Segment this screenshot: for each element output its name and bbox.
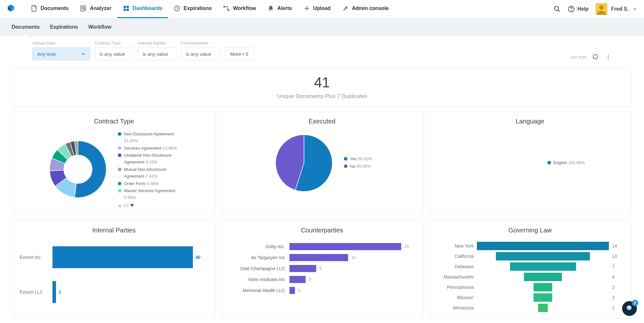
filter-label: Upload Date [32,41,90,45]
nav-workflow[interactable]: Workflow [217,0,262,18]
bar-row[interactable]: Air Targaryen Inc 11 [230,254,414,261]
pie-chart[interactable] [272,131,336,195]
bar-chart[interactable]: Evisort Inc 40Evisort LLC 1 [20,240,208,303]
legend-item[interactable]: Non-Disclosure Agreement 51.85% [118,131,182,144]
bar-value: 40 [195,255,201,260]
legend-text: No 45.00% [350,163,371,170]
bar-value: 1 [298,288,300,293]
bar-label: Evisort Inc [20,255,47,260]
funnel-value: 1 [612,305,622,310]
funnel-label: California [438,254,474,259]
legend-swatch [118,132,121,136]
nav-upload[interactable]: Upload [298,0,336,18]
bar-chart[interactable]: Gritty Inc. 21Air Targaryen Inc 11Dale C… [228,240,416,294]
wrench-icon [342,5,349,12]
donut-chart[interactable] [46,137,110,201]
legend-item[interactable]: Mutual Non-Disclosure Agreement 7.41% [118,166,182,180]
legend-swatch [547,161,551,164]
card-counterparties: Counterparties Gritty Inc. 21Air Targary… [221,220,423,319]
funnel-chart[interactable]: New York 14California 10Delaware 7Massac… [436,240,624,312]
nav-label: Analyzer [90,5,111,11]
card-title: Executed [228,118,416,125]
user-menu[interactable]: Fred S. [596,3,637,15]
app-logo [6,3,17,15]
legend-item[interactable]: Master Services Agreement 5.56% [118,188,182,201]
card-title: Language [436,118,624,125]
funnel-row[interactable]: Delaware 7 [438,262,622,271]
help-button[interactable]: Help [568,5,589,13]
chart-legend: Non-Disclosure Agreement 51.85%Services … [118,131,182,201]
chevron-down-icon [81,52,85,56]
bar-row[interactable]: Dale Champagne LLC 5 [230,265,414,272]
bar-row[interactable]: Klein Institutes Inc 3 [230,276,414,283]
legend-text: Services Agreement 12.96% [124,145,177,152]
subtab-workflow[interactable]: Workflow [84,18,115,36]
svg-point-14 [608,58,609,59]
funnel-label: Delaware [438,264,474,269]
bar-row[interactable]: Memorial Health LLC 1 [230,287,414,294]
nav-expirations[interactable]: Expirations [168,0,217,18]
chat-widget-button[interactable]: 2 [622,301,637,316]
bar-value: 21 [404,244,409,249]
nav-right: Help Fred S. [554,3,637,15]
funnel-value: 4 [612,274,622,279]
funnel-value: 14 [612,243,622,249]
nav-dashboards[interactable]: Dashboards [117,0,168,18]
legend-item[interactable]: Order Form 5.56% [118,181,182,187]
nav-documents[interactable]: Documents [25,0,74,18]
funnel-label: New York [438,243,474,249]
bar-value: 3 [309,277,311,282]
nav-label: Workflow [233,5,256,11]
legend-text: Order Form 5.56% [124,181,159,187]
funnel-row[interactable]: Minnesota 1 [438,304,622,312]
legend-swatch [344,164,347,168]
funnel-row[interactable]: Massachusetts 4 [438,273,622,281]
bar-row[interactable]: Evisort LLC 1 [20,281,205,303]
svg-rect-0 [81,6,85,11]
filter-counterparties: Counterparties is any value [181,41,220,60]
svg-rect-3 [127,6,129,8]
filter-upload-date-select[interactable]: Any time [32,47,90,60]
donut-chart[interactable] [475,131,540,195]
bar-row[interactable]: Evisort Inc 40 [20,246,205,268]
nav-analyzer[interactable]: Analyzer [74,0,117,18]
filter-counterparties-select[interactable]: is any value [181,47,220,60]
filter-internal-parties-select[interactable]: is any value [138,47,176,60]
funnel-row[interactable]: Pennsylvania 2 [438,283,622,291]
more-menu-button[interactable] [605,53,612,60]
legend-item[interactable]: Yes 55.00% [344,156,372,162]
notification-badge: 2 [632,300,638,306]
funnel-row[interactable]: California 10 [438,252,622,260]
legend-swatch [118,182,121,185]
more-filters-button[interactable]: More • 5 [224,47,254,60]
legend-item[interactable]: English 100.00% [547,160,585,166]
nav-admin[interactable]: Admin console [336,0,395,18]
legend-swatch [118,168,121,171]
legend-item[interactable]: No 45.00% [344,163,372,170]
legend-text: Non-Disclosure Agreement 51.85% [124,131,182,144]
refresh-button[interactable] [592,53,599,60]
bar-row[interactable]: Gritty Inc. 21 [230,243,414,250]
filter-value: is any value [143,51,168,57]
kpi-subtitle: Unique Documents Plus 7 Duplicates [13,93,631,100]
document-icon [31,5,37,12]
filter-upload-date: Upload Date Any time [32,41,90,60]
nav-alerts[interactable]: Alerts [262,0,298,18]
funnel-value: 2 [612,295,622,300]
workflow-icon [223,5,230,12]
card-internal-parties: Internal Parties Evisort Inc 40Evisort L… [13,220,215,319]
legend-swatch [344,157,347,161]
kpi-value: 41 [13,74,631,91]
pager-text: 1/2 [123,203,129,208]
funnel-row[interactable]: New York 14 [438,242,622,250]
search-icon[interactable] [554,5,561,13]
legend-item[interactable]: Unilateral Non-Disclosure Agreement 9.26… [118,152,182,166]
filter-contract-type-select[interactable]: is any value [95,47,133,60]
filter-bar: Upload Date Any time Contract Type is an… [0,36,644,66]
funnel-row[interactable]: Missouri 2 [438,293,622,302]
subtab-expirations[interactable]: Expirations [46,18,82,36]
legend-item[interactable]: Services Agreement 12.96% [118,145,182,152]
legend-pager[interactable]: 1/2 [118,203,182,208]
subtab-documents[interactable]: Documents [8,18,43,36]
nav-label: Alerts [277,5,292,11]
